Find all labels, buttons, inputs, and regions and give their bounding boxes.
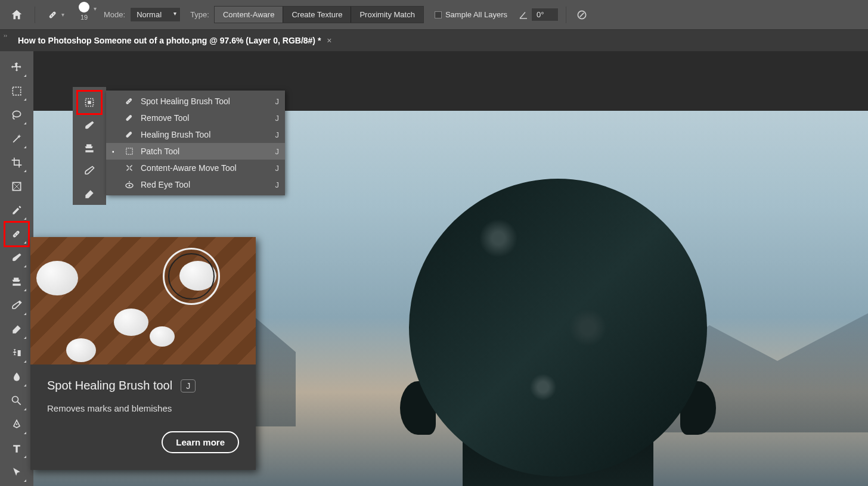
divider bbox=[35, 7, 35, 23]
eye-icon bbox=[123, 179, 136, 190]
stamp-popup[interactable] bbox=[78, 138, 101, 159]
history-brush-tool[interactable] bbox=[5, 294, 28, 317]
type-button-group: Content-Aware Create Texture Proximity M… bbox=[214, 6, 424, 23]
document-tab-strip: How to Photoshop Someone out of a photo.… bbox=[0, 30, 868, 51]
blur-tool[interactable] bbox=[5, 366, 28, 388]
angle-icon bbox=[518, 10, 529, 20]
brush-cursor-ring bbox=[163, 248, 220, 305]
sample-all-layers-checkbox[interactable]: Sample All Layers bbox=[435, 10, 507, 19]
chevron-down-icon: ▾ bbox=[61, 11, 64, 18]
image-silhouette bbox=[367, 179, 749, 486]
brush-tool[interactable] bbox=[5, 247, 28, 269]
historybrush-popup[interactable] bbox=[78, 160, 101, 182]
tooltip-shortcut-key: J bbox=[181, 379, 196, 392]
patch-icon bbox=[123, 146, 136, 157]
eraser-popup[interactable] bbox=[78, 183, 101, 205]
eraser-tool[interactable] bbox=[5, 318, 28, 341]
move-arrows-icon bbox=[123, 163, 136, 173]
bandage-icon bbox=[47, 9, 59, 21]
svg-point-9 bbox=[17, 233, 18, 234]
flyout-patch-tool[interactable]: ▪ Patch Tool J bbox=[106, 143, 285, 160]
svg-point-8 bbox=[15, 235, 16, 236]
svg-point-23 bbox=[129, 185, 131, 186]
svg-rect-15 bbox=[88, 101, 91, 104]
flyout-red-eye-tool[interactable]: Red Eye Tool J bbox=[106, 176, 285, 193]
patch-icon bbox=[83, 96, 96, 109]
svg-rect-11 bbox=[18, 350, 21, 356]
svg-point-1 bbox=[51, 15, 52, 16]
path-selection-tool[interactable] bbox=[5, 461, 28, 484]
type-label: Type: bbox=[190, 10, 209, 19]
type-create-texture-button[interactable]: Create Texture bbox=[283, 7, 351, 23]
tool-tooltip-card: Spot Healing Brush tool J Removes marks … bbox=[30, 237, 256, 470]
clone-stamp-tool[interactable] bbox=[5, 270, 28, 293]
healing-tools-flyout: Spot Healing Brush Tool J Remove Tool J … bbox=[106, 91, 285, 195]
tooltip-description: Removes marks and blemishes bbox=[47, 403, 239, 413]
svg-point-17 bbox=[128, 102, 129, 103]
magic-wand-tool[interactable] bbox=[5, 127, 28, 150]
home-icon bbox=[10, 8, 23, 21]
svg-rect-0 bbox=[49, 11, 57, 18]
lasso-tool[interactable] bbox=[5, 104, 28, 126]
patch-tool-icon-group[interactable] bbox=[78, 92, 101, 113]
svg-rect-19 bbox=[125, 114, 132, 122]
spot-healing-brush-tool[interactable] bbox=[5, 223, 28, 245]
crop-tool[interactable] bbox=[5, 151, 28, 174]
pressure-button[interactable] bbox=[574, 7, 590, 23]
svg-rect-4 bbox=[13, 87, 20, 95]
tools-panel bbox=[0, 51, 33, 486]
flyout-content-aware-move[interactable]: Content-Aware Move Tool J bbox=[106, 160, 285, 176]
svg-point-10 bbox=[18, 301, 20, 303]
learn-more-button[interactable]: Learn more bbox=[162, 431, 239, 453]
document-tab[interactable]: How to Photoshop Someone out of a photo.… bbox=[12, 36, 338, 45]
tooltip-preview-image bbox=[30, 237, 256, 364]
target-icon bbox=[576, 9, 588, 21]
chevron-down-icon: ▾ bbox=[94, 5, 97, 12]
tooltip-title: Spot Healing Brush tool bbox=[47, 379, 172, 392]
panel-toggle-icon[interactable]: ›› bbox=[4, 33, 7, 39]
options-bar: ▾ 19 ▾ Mode: Normal Type: Content-Aware … bbox=[0, 0, 868, 30]
home-button[interactable] bbox=[6, 4, 27, 26]
marquee-tool[interactable] bbox=[5, 80, 28, 102]
bandage-icon bbox=[123, 129, 136, 140]
gradient-tool[interactable] bbox=[5, 342, 28, 364]
checkbox-icon bbox=[435, 11, 442, 18]
flyout-spot-healing-brush[interactable]: Spot Healing Brush Tool J bbox=[106, 93, 285, 110]
frame-tool[interactable] bbox=[5, 175, 28, 198]
type-content-aware-button[interactable]: Content-Aware bbox=[215, 7, 283, 23]
angle-input[interactable]: 0° bbox=[531, 8, 559, 21]
document-tab-title: How to Photoshop Someone out of a photo.… bbox=[18, 36, 321, 45]
bandage-icon bbox=[123, 113, 136, 123]
brush-size-value: 19 bbox=[80, 14, 88, 21]
svg-point-5 bbox=[13, 111, 20, 117]
flyout-healing-brush[interactable]: Healing Brush Tool J bbox=[106, 126, 285, 143]
angle-control[interactable]: 0° bbox=[518, 8, 559, 21]
divider bbox=[566, 7, 566, 23]
move-tool[interactable] bbox=[5, 56, 28, 79]
brush-popup[interactable] bbox=[78, 114, 101, 136]
svg-rect-21 bbox=[126, 148, 133, 155]
pen-tool[interactable] bbox=[5, 413, 28, 436]
svg-rect-20 bbox=[125, 131, 132, 138]
tool-preset-dropdown[interactable]: ▾ bbox=[42, 9, 69, 21]
mode-dropdown[interactable]: Normal bbox=[130, 7, 181, 22]
close-icon[interactable]: × bbox=[327, 36, 331, 45]
type-tool[interactable] bbox=[5, 437, 28, 460]
svg-point-13 bbox=[16, 423, 18, 425]
mode-label: Mode: bbox=[104, 10, 125, 19]
healing-tool-group-popup bbox=[73, 87, 106, 205]
flyout-remove-tool[interactable]: Remove Tool J bbox=[106, 110, 285, 126]
dodge-tool[interactable] bbox=[5, 390, 28, 412]
sample-all-layers-label: Sample All Layers bbox=[445, 10, 507, 19]
svg-point-18 bbox=[129, 100, 131, 101]
svg-point-2 bbox=[53, 13, 54, 14]
type-proximity-match-button[interactable]: Proximity Match bbox=[351, 7, 423, 23]
svg-rect-16 bbox=[125, 98, 132, 105]
bandage-icon bbox=[123, 96, 136, 107]
eyedropper-tool[interactable] bbox=[5, 199, 28, 222]
brush-size-preview[interactable]: 19 ▾ bbox=[74, 2, 94, 27]
svg-rect-7 bbox=[13, 230, 20, 238]
svg-point-12 bbox=[13, 397, 18, 403]
bandage-icon bbox=[11, 228, 23, 240]
brush-circle-icon bbox=[79, 2, 89, 13]
